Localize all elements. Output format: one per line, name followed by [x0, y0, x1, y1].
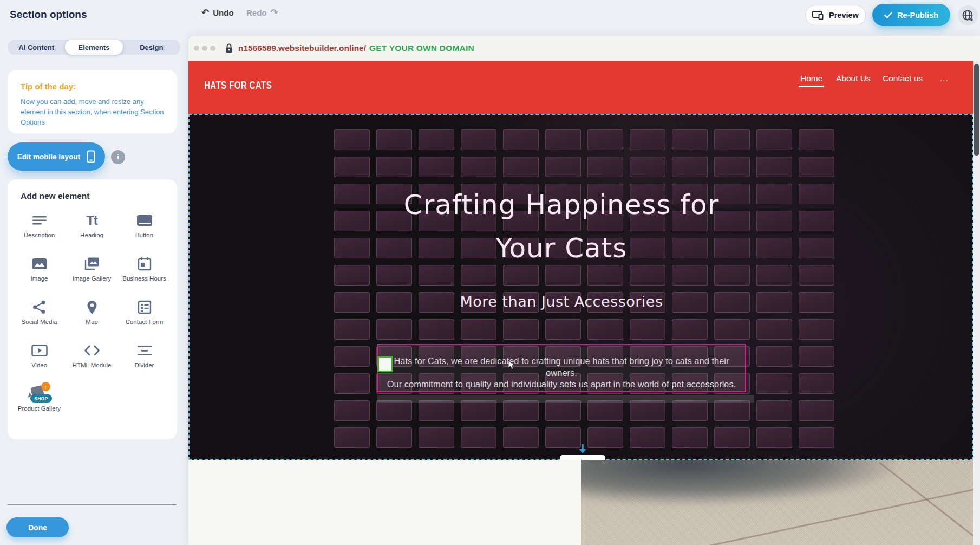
hero-tile — [756, 346, 792, 367]
site-header: HATS FOR CATS Home About Us Contact us .… — [188, 61, 973, 114]
element-html-module[interactable]: HTML Module — [67, 341, 117, 384]
preview-scrollbar-track[interactable] — [973, 61, 980, 545]
product-gallery-icon: ↑ SHOP — [29, 384, 50, 404]
hero-tile — [587, 157, 623, 177]
edit-mobile-layout-label: Edit mobile layout — [17, 153, 80, 161]
resize-arrow-down-icon — [577, 444, 589, 454]
hero-tile — [672, 129, 708, 150]
nav-about-us[interactable]: About Us — [836, 74, 871, 83]
element-grid: Description Tt Heading Button Image — [13, 211, 171, 427]
html-code-icon — [84, 341, 100, 360]
site-canvas: HATS FOR CATS Home About Us Contact us .… — [188, 61, 973, 545]
social-media-icon — [32, 297, 47, 317]
tab-elements-label: Elements — [79, 43, 110, 51]
hero-tile — [419, 319, 454, 340]
website-builder-app: Section options ↶ Undo Redo ↷ Preview Re… — [0, 0, 980, 545]
heading-icon: Tt — [86, 211, 97, 230]
republish-label: Re-Publish — [897, 11, 938, 20]
hero-tile — [419, 427, 454, 448]
selected-text-element[interactable]: Hats for Cats, we are dedicated to craft… — [377, 344, 746, 392]
element-label: Divider — [135, 362, 154, 369]
hero-tile — [334, 427, 370, 448]
lock-icon — [225, 43, 233, 53]
element-contact-form[interactable]: Contact Form — [120, 297, 169, 341]
check-icon — [884, 12, 892, 18]
add-new-element-card: Add new element Description Tt Heading B… — [8, 179, 177, 439]
hero-tile — [503, 319, 539, 340]
preview-button[interactable]: Preview — [805, 5, 866, 25]
hero-tile — [419, 129, 454, 150]
nav-home[interactable]: Home — [800, 74, 822, 83]
hero-tile — [503, 400, 539, 421]
hero-tile — [630, 400, 665, 421]
tab-ai-content[interactable]: AI Content — [8, 40, 65, 55]
done-button[interactable]: Done — [6, 517, 69, 537]
hero-tile — [587, 400, 623, 421]
language-globe-button[interactable] — [958, 5, 978, 25]
mouse-cursor — [508, 360, 515, 370]
next-section-white-area — [188, 460, 581, 545]
hero-tile — [587, 129, 623, 150]
site-logo[interactable]: HATS FOR CATS — [204, 79, 272, 92]
hero-tile — [376, 427, 412, 448]
hero-tile — [799, 346, 834, 367]
hero-subheading: More than Just Accessories — [190, 293, 933, 310]
hero-tile — [334, 157, 370, 177]
tab-elements[interactable]: Elements — [65, 40, 122, 55]
hero-tile — [756, 400, 792, 421]
hero-tile — [587, 427, 623, 448]
edit-mobile-layout-button[interactable]: Edit mobile layout — [8, 142, 105, 171]
element-button[interactable]: Button — [120, 211, 169, 254]
get-your-own-domain-link[interactable]: GET YOUR OWN DOMAIN — [369, 43, 474, 53]
element-heading[interactable]: Tt Heading — [67, 211, 117, 254]
hero-tile — [334, 400, 370, 421]
element-social-media[interactable]: Social Media — [15, 297, 64, 341]
element-map[interactable]: Map — [67, 297, 117, 341]
hero-tile — [714, 427, 750, 448]
hero-tile — [630, 129, 665, 150]
image-gallery-icon — [84, 254, 100, 274]
hero-tile — [461, 427, 496, 448]
hero-tile — [545, 400, 581, 421]
hero-tile — [799, 427, 834, 448]
page-title: Section options — [10, 9, 87, 21]
hero-tile — [714, 157, 750, 177]
text-lines-icon — [32, 211, 47, 230]
info-icon[interactable]: i — [111, 150, 125, 164]
hero-section-selected[interactable]: Crafting Happiness for Your Cats More th… — [188, 114, 973, 460]
element-business-hours[interactable]: Business Hours — [120, 254, 169, 297]
hero-tile — [334, 319, 370, 340]
undo-label: Undo — [213, 8, 233, 17]
undo-button[interactable]: ↶ Undo — [201, 8, 234, 17]
element-product-gallery[interactable]: ↑ SHOP Product Gallery — [15, 384, 64, 427]
element-label: Social Media — [22, 319, 57, 326]
hero-tile — [461, 157, 496, 177]
element-divider[interactable]: Divider — [120, 341, 169, 384]
done-label: Done — [28, 523, 47, 532]
hero-tile — [334, 129, 370, 150]
republish-button[interactable]: Re-Publish — [872, 4, 950, 26]
hero-tile — [376, 319, 412, 340]
next-section-floor-image — [581, 460, 973, 545]
nav-more[interactable]: ... — [940, 74, 949, 83]
tab-design[interactable]: Design — [123, 40, 180, 55]
element-description[interactable]: Description — [15, 211, 64, 254]
hero-paragraph: Hats for Cats, we are dedicated to craft… — [378, 355, 745, 391]
hero-tile — [461, 319, 496, 340]
hero-tile — [503, 427, 539, 448]
element-label: Product Gallery — [18, 405, 61, 413]
element-image[interactable]: Image — [15, 254, 64, 297]
element-image-gallery[interactable]: Image Gallery — [67, 254, 117, 297]
element-video[interactable]: Video — [15, 341, 64, 384]
devices-icon — [812, 11, 824, 20]
preview-scrollbar-thumb[interactable] — [974, 64, 979, 156]
nav-contact-us[interactable]: Contact us — [883, 74, 923, 83]
hero-tile — [461, 400, 496, 421]
button-icon — [136, 211, 153, 230]
undo-icon: ↶ — [201, 8, 209, 17]
hero-tile — [756, 319, 792, 340]
redo-button[interactable]: Redo ↷ — [246, 8, 278, 17]
hero-tile — [672, 319, 708, 340]
shop-badge: SHOP — [30, 394, 51, 403]
floor-shadow-shape — [581, 460, 898, 505]
